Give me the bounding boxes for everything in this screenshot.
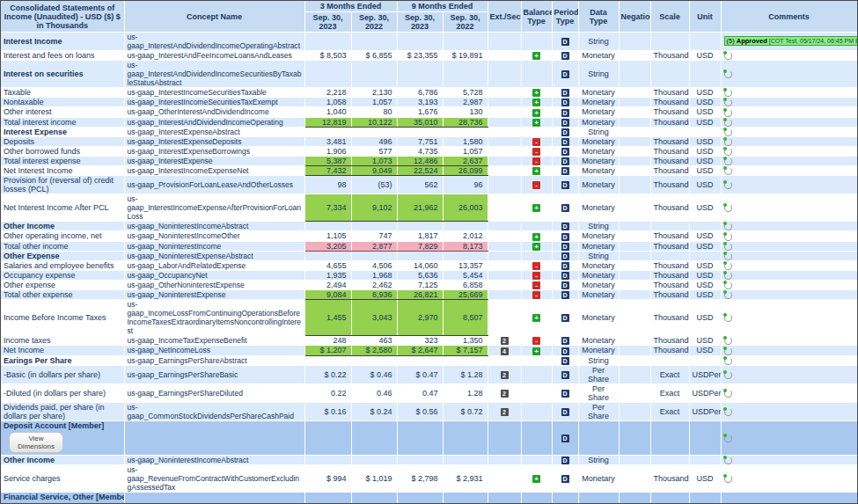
- value-cell: 1,105: [304, 231, 351, 241]
- value-cell: $ 2,647: [397, 346, 443, 355]
- ext-sect-badge-icon: 2: [501, 390, 509, 398]
- add-comment-icon[interactable]: [724, 70, 732, 78]
- balance-credit-icon: +: [532, 314, 540, 322]
- view-dimensions-button[interactable]: View Dimensions: [9, 432, 63, 453]
- add-comment-icon[interactable]: [724, 223, 732, 230]
- value-cell: 10,122: [351, 117, 397, 127]
- period-duration-icon: D: [561, 252, 569, 260]
- value-cell: 4,506: [351, 260, 397, 270]
- unit-cell: USD: [689, 231, 721, 241]
- row-label-cell: Total other income: [1, 241, 124, 251]
- value-cell: 6,786: [397, 88, 443, 98]
- period-type-cell: D: [552, 136, 578, 146]
- unit-cell: USD: [689, 290, 721, 300]
- balance-debit-icon: -: [532, 281, 540, 289]
- add-comment-icon[interactable]: [724, 281, 732, 289]
- add-comment-icon[interactable]: [724, 347, 732, 355]
- add-comment-icon[interactable]: [724, 148, 732, 156]
- add-comment-icon[interactable]: [724, 390, 732, 398]
- negation-cell: [619, 336, 650, 346]
- value-cell: [304, 420, 351, 455]
- scale-cell: Thousands: [650, 336, 689, 346]
- table-row: Other operating income, netus-gaap_Nonin…: [1, 231, 857, 241]
- add-comment-icon[interactable]: [724, 435, 732, 442]
- value-cell: 562: [397, 176, 443, 194]
- column-header-period-type: Period Type: [552, 1, 578, 33]
- unit-cell: USDPerShare: [689, 402, 721, 420]
- add-comment-icon[interactable]: [724, 371, 732, 379]
- scale-cell: Exact: [650, 365, 689, 383]
- add-comment-icon[interactable]: [724, 167, 732, 175]
- add-comment-icon[interactable]: [724, 204, 732, 212]
- table-row: Other Incomeus-gaap_NoninterestIncomeAbs…: [1, 222, 857, 231]
- value-cell: 7,751: [397, 136, 443, 146]
- add-comment-icon[interactable]: [724, 314, 732, 322]
- table-row: Total interest expenseus-gaap_InterestEx…: [1, 157, 857, 166]
- period-type-cell: D: [552, 355, 578, 365]
- add-comment-icon[interactable]: [724, 337, 732, 345]
- period-type-cell: D: [552, 336, 578, 346]
- member-row: Financial Service, Other [Member]View Di…: [1, 492, 857, 504]
- add-comment-icon[interactable]: [724, 291, 732, 299]
- ext-sect-cell: [488, 88, 521, 98]
- add-comment-icon[interactable]: [724, 233, 732, 241]
- unit-cell: USD: [689, 98, 721, 107]
- period-duration-icon: D: [561, 243, 569, 251]
- period-duration-icon: D: [561, 99, 569, 106]
- period-type-cell: D: [552, 107, 578, 117]
- comments-cell: [721, 241, 857, 251]
- member-label-cell: Financial Service, Other [Member]View Di…: [1, 492, 124, 504]
- add-comment-icon[interactable]: [724, 457, 732, 464]
- scale-cell: [650, 33, 689, 51]
- add-comment-icon[interactable]: [724, 243, 732, 251]
- period-duration-icon: D: [561, 138, 569, 146]
- balance-debit-icon: -: [532, 181, 540, 189]
- add-comment-icon[interactable]: [724, 272, 732, 280]
- add-comment-icon[interactable]: [724, 138, 732, 146]
- unit-cell: USD: [689, 281, 721, 290]
- value-cell: 96: [443, 176, 488, 194]
- add-comment-icon[interactable]: [724, 128, 732, 136]
- data-type-cell: String: [578, 455, 619, 464]
- data-type-cell: Monetary: [578, 241, 619, 251]
- ext-sect-cell: [488, 194, 521, 222]
- period-type-cell: D: [552, 166, 578, 176]
- add-comment-icon[interactable]: [724, 52, 732, 60]
- ext-sect-cell: [488, 166, 521, 176]
- balance-type-cell: [521, 127, 552, 136]
- ext-sect-cell: [488, 33, 521, 51]
- add-comment-icon[interactable]: [724, 109, 732, 117]
- concept-name-cell: us-gaap_OtherNoninterestExpense: [124, 281, 304, 290]
- add-comment-icon[interactable]: [724, 119, 732, 127]
- comments-cell: (5) Approved [COT Test, 05/17/24, 06:45 …: [721, 33, 857, 51]
- row-label-cell: Earings Per Share: [1, 355, 124, 365]
- add-comment-icon[interactable]: [724, 89, 732, 97]
- value-cell: [397, 492, 443, 504]
- comments-cell: [721, 51, 857, 61]
- value-cell: $ 7,157: [443, 346, 488, 355]
- negation-cell: [619, 383, 650, 402]
- table-row: Depositsus-gaap_InterestExpenseDeposits3…: [1, 136, 857, 146]
- table-row: Salaries and employee benefitsus-gaap_La…: [1, 260, 857, 270]
- balance-type-cell: +: [521, 51, 552, 61]
- balance-type-cell: +: [521, 194, 552, 222]
- add-comment-icon[interactable]: [724, 181, 732, 189]
- comments-cell: [721, 117, 857, 127]
- ext-sect-cell: [488, 176, 521, 194]
- add-comment-icon[interactable]: [724, 408, 732, 416]
- add-comment-icon[interactable]: [724, 475, 732, 483]
- concept-name-cell: us-gaap_InterestExpenseBorrowings: [124, 146, 304, 156]
- add-comment-icon[interactable]: [724, 252, 732, 260]
- add-comment-icon[interactable]: [724, 157, 732, 165]
- data-type-cell: Monetary: [578, 166, 619, 176]
- column-header-ext-sect: Ext./Sect.: [488, 1, 521, 33]
- value-cell: [397, 33, 443, 51]
- add-comment-icon[interactable]: [724, 99, 732, 106]
- period-duration-icon: D: [561, 435, 569, 442]
- value-cell: 21,962: [397, 194, 443, 222]
- approved-status-badge[interactable]: (5) Approved [COT Test, 05/17/24, 06:45 …: [724, 36, 858, 46]
- add-comment-icon[interactable]: [724, 262, 732, 270]
- table-row: Interest and fees on loansus-gaap_Intere…: [1, 51, 857, 61]
- add-comment-icon[interactable]: [724, 357, 732, 365]
- table-header: Consolidated Statements of Income (Unaud…: [1, 1, 857, 33]
